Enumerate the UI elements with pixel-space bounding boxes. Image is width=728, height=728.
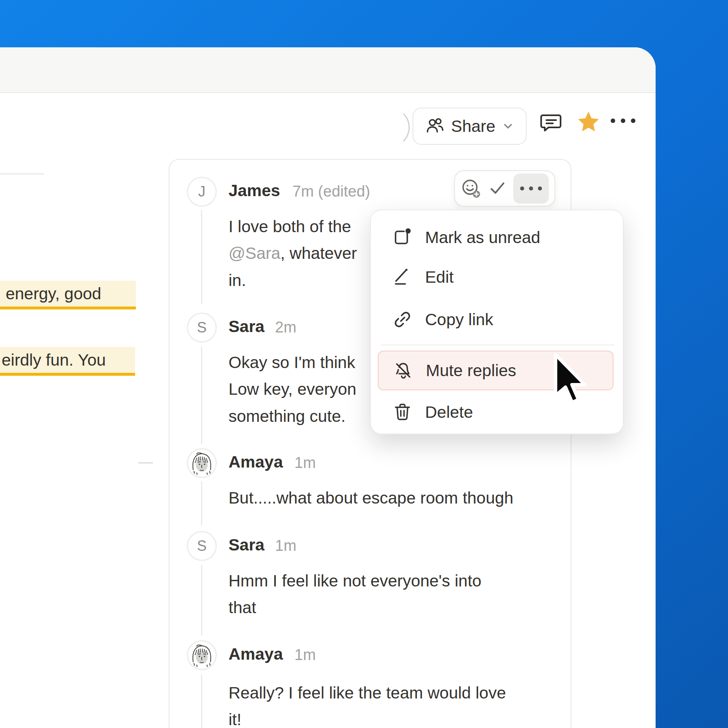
comment-timestamp: 1m <box>294 646 316 664</box>
link-icon <box>391 308 414 331</box>
doc-dash-mark <box>138 462 153 463</box>
doodle-face-avatar <box>188 641 216 669</box>
highlight-underline <box>0 307 136 309</box>
highlight-underline <box>0 373 135 376</box>
doodle-face-avatar <box>188 449 216 477</box>
thread-line <box>201 675 202 728</box>
comment-hover-toolbar <box>454 170 555 207</box>
menu-item-mark-as-unread[interactable]: Mark as unread <box>371 218 623 257</box>
mouse-cursor <box>552 353 591 408</box>
comment-text-line: that <box>229 595 256 620</box>
share-button-label: Share <box>451 117 495 136</box>
comment-text-line: Low key, everyon <box>229 377 356 401</box>
comment-text-line: Okay so I'm think <box>229 350 355 375</box>
comment-bubble-icon[interactable] <box>539 110 563 135</box>
mark-unread-icon <box>391 226 414 249</box>
avatar-letter: J <box>198 183 205 200</box>
comment-timestamp: 1m <box>294 454 316 472</box>
avatar <box>187 640 217 670</box>
comment-text-line: @Sara, whatever <box>229 241 357 265</box>
trash-icon <box>391 401 414 423</box>
resolve-check-icon[interactable] <box>488 179 507 198</box>
chevron-down-icon <box>501 119 515 133</box>
avatar: S <box>187 531 217 561</box>
thread-line <box>201 210 202 304</box>
comment-text-line: But.....what about escape room though <box>229 486 513 510</box>
add-reaction-icon[interactable] <box>460 178 482 199</box>
comment-timestamp: 1m <box>275 537 296 554</box>
comment-author: Sara <box>229 317 265 336</box>
avatar <box>187 448 217 478</box>
avatar: S <box>187 313 217 343</box>
comment-text-line: it! <box>229 707 241 728</box>
comment-timestamp: 2m <box>275 319 296 336</box>
more-ellipsis-icon[interactable] <box>513 174 549 203</box>
comment-author: Amaya <box>229 453 283 472</box>
comment-timestamp: 7m (edited) <box>292 183 370 200</box>
comment-author: Amaya <box>229 645 283 664</box>
highlight-text: eirdly fun. You <box>2 351 106 370</box>
comment-text-line: I love both of the <box>229 214 351 239</box>
thread-line <box>201 565 202 635</box>
highlight-text: energy, good <box>6 284 101 303</box>
people-icon <box>424 116 445 137</box>
partial-avatar-arc <box>369 107 410 148</box>
highlighted-text-2: eirdly fun. You <box>0 347 135 373</box>
window-top-bar <box>0 47 656 93</box>
avatar-letter: S <box>197 319 207 336</box>
star-icon[interactable] <box>576 110 601 135</box>
comment-author: James <box>229 181 280 200</box>
share-button[interactable]: Share <box>413 108 527 145</box>
highlighted-text-1: energy, good <box>0 281 136 307</box>
menu-item-copy-link[interactable]: Copy link <box>371 300 623 339</box>
doc-divider-line <box>0 174 44 174</box>
screenshot-stage: Share energy, good eirdly fun. You <box>0 0 728 728</box>
menu-item-edit[interactable]: Edit <box>371 257 623 297</box>
comment-text-line: Hmm I feel like not everyone's into <box>229 569 481 593</box>
comment-author: Sara <box>229 535 265 554</box>
bell-slash-icon <box>392 359 415 382</box>
comment-text-line: in. <box>229 268 246 292</box>
thread-line <box>201 481 202 526</box>
user-mention[interactable]: @Sara <box>229 244 280 263</box>
avatar-letter: S <box>197 538 207 554</box>
avatar: J <box>187 177 217 207</box>
ellipsis-icon[interactable] <box>611 119 635 123</box>
comment-text-line: something cute. <box>229 404 345 428</box>
edit-pencil-icon <box>391 266 414 288</box>
menu-divider <box>381 345 614 345</box>
comment-text-line: Really? I feel like the team would love <box>229 681 506 705</box>
thread-line <box>201 346 202 444</box>
